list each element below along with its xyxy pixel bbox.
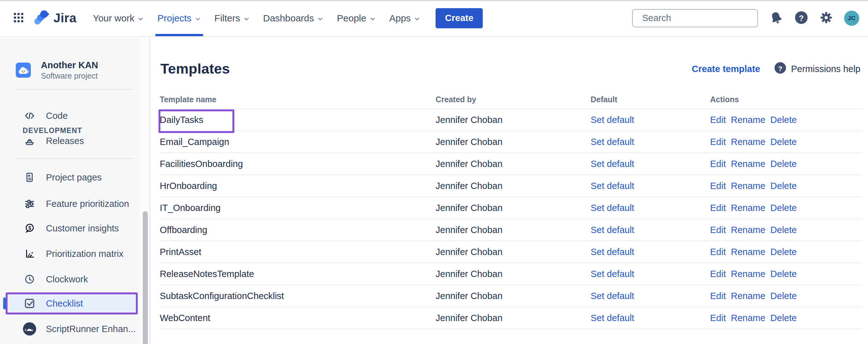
created-by-cell: Jennifer Choban (436, 137, 591, 147)
edit-link[interactable]: Edit (710, 137, 726, 147)
project-type: Software project (41, 71, 98, 81)
template-name-cell: PrintAsset (160, 247, 436, 257)
created-by-cell: Jennifer Choban (436, 225, 591, 235)
gear-icon (819, 11, 833, 25)
create-template-link[interactable]: Create template (692, 64, 761, 74)
notifications-button[interactable] (769, 11, 783, 26)
rename-link[interactable]: Rename (731, 225, 766, 235)
template-name-cell: IT_Onboarding (160, 203, 436, 213)
template-name-cell: DailyTasks (160, 115, 436, 125)
chevron-down-icon (413, 15, 421, 22)
actions-cell: EditRenameDelete (710, 137, 862, 147)
nav-item-projects[interactable]: Projects (152, 0, 206, 36)
jira-logo[interactable]: Jira (34, 10, 76, 26)
table-row: SubtaskConfigurationChecklist Jennifer C… (160, 285, 862, 307)
sidebar-item-prioritization-matrix[interactable]: Prioritization matrix (6, 243, 138, 265)
delete-link[interactable]: Delete (771, 225, 797, 235)
delete-link[interactable]: Delete (771, 115, 797, 125)
rename-link[interactable]: Rename (731, 159, 766, 169)
nav-item-people[interactable]: People (332, 0, 381, 36)
set-default-link[interactable]: Set default (591, 269, 634, 279)
sidebar-item-clockwork[interactable]: Clockwork (6, 268, 138, 290)
rename-link[interactable]: Rename (731, 137, 766, 147)
delete-link[interactable]: Delete (771, 269, 797, 279)
permissions-help-link[interactable]: ? Permissions help (774, 62, 861, 76)
create-button[interactable]: Create (436, 8, 483, 28)
ship-icon (23, 135, 36, 147)
table-row: IT_Onboarding Jennifer Choban Set defaul… (160, 197, 862, 219)
actions-cell: EditRenameDelete (710, 203, 862, 213)
edit-link[interactable]: Edit (710, 203, 726, 213)
settings-button[interactable] (819, 11, 833, 25)
sidebar-item-label: ScriptRunner Enhan... (46, 324, 135, 334)
set-default-link[interactable]: Set default (591, 291, 634, 301)
set-default-link[interactable]: Set default (591, 181, 634, 191)
delete-link[interactable]: Delete (771, 313, 797, 323)
rename-link[interactable]: Rename (731, 313, 766, 323)
rename-link[interactable]: Rename (731, 291, 766, 301)
set-default-link[interactable]: Set default (591, 225, 634, 235)
svg-text:?: ? (778, 64, 782, 72)
delete-link[interactable]: Delete (771, 291, 797, 301)
delete-link[interactable]: Delete (771, 181, 797, 191)
nav-item-filters[interactable]: Filters (210, 0, 255, 36)
chevron-down-icon (317, 15, 323, 22)
project-header[interactable]: Another KAN Software project (16, 60, 98, 81)
rename-link[interactable]: Rename (731, 181, 766, 191)
actions-cell: EditRenameDelete (710, 291, 862, 301)
set-default-link[interactable]: Set default (591, 247, 634, 257)
sidebar-scrollbar-thumb[interactable] (143, 211, 148, 344)
delete-link[interactable]: Delete (771, 137, 797, 147)
rename-link[interactable]: Rename (731, 269, 766, 279)
sidebar-item-checklist[interactable]: Checklist (6, 292, 138, 314)
chevron-down-icon (369, 15, 376, 22)
edit-link[interactable]: Edit (710, 115, 726, 125)
chevron-down-icon (194, 15, 201, 22)
checkbox-check-icon (23, 298, 36, 309)
nav-item-dashboards[interactable]: Dashboards (258, 0, 329, 36)
nav-item-apps[interactable]: Apps (384, 0, 426, 36)
edit-link[interactable]: Edit (710, 313, 726, 323)
jira-logo-text: Jira (54, 11, 76, 25)
template-name-cell: Email_Campaign (160, 137, 436, 147)
templates-table: Template name Created by Default Actions… (160, 94, 862, 329)
code-icon (23, 110, 36, 121)
rename-link[interactable]: Rename (731, 247, 766, 257)
search-input[interactable] (642, 12, 762, 24)
edit-link[interactable]: Edit (710, 291, 726, 301)
set-default-link[interactable]: Set default (591, 203, 634, 213)
clock-icon (23, 274, 36, 285)
sidebar-item-feature-prioritization[interactable]: Feature prioritization (6, 193, 138, 215)
sidebar-item-customer-insights[interactable]: $ Customer insights (6, 217, 138, 239)
edit-link[interactable]: Edit (710, 247, 726, 257)
sidebar-item-scriptrunner[interactable]: ScriptRunner Enhan... (6, 318, 138, 340)
sliders-icon (23, 198, 36, 210)
column-header-created-by: Created by (436, 95, 591, 104)
sidebar-item-releases[interactable]: Releases (6, 130, 138, 152)
rename-link[interactable]: Rename (731, 203, 766, 213)
edit-link[interactable]: Edit (710, 269, 726, 279)
sidebar-item-label: Feature prioritization (46, 199, 129, 209)
delete-link[interactable]: Delete (771, 159, 797, 169)
app-switcher-button[interactable] (9, 8, 28, 28)
nav-item-your-work[interactable]: Your work (88, 0, 149, 36)
sidebar-item-code[interactable]: Code (6, 105, 138, 127)
delete-link[interactable]: Delete (771, 203, 797, 213)
edit-link[interactable]: Edit (710, 225, 726, 235)
edit-link[interactable]: Edit (710, 181, 726, 191)
selected-indicator (3, 298, 6, 309)
search-box[interactable] (632, 9, 758, 27)
set-default-link[interactable]: Set default (591, 137, 634, 147)
help-button[interactable]: ? (795, 11, 808, 26)
edit-link[interactable]: Edit (710, 159, 726, 169)
set-default-link[interactable]: Set default (591, 159, 634, 169)
set-default-link[interactable]: Set default (591, 313, 634, 323)
set-default-link[interactable]: Set default (591, 115, 634, 125)
delete-link[interactable]: Delete (771, 247, 797, 257)
created-by-cell: Jennifer Choban (436, 247, 591, 257)
user-avatar[interactable]: JC (844, 11, 859, 26)
column-header-template-name: Template name (160, 95, 436, 104)
table-row: DailyTasks Jennifer Choban Set default E… (160, 109, 862, 131)
sidebar-item-project-pages[interactable]: Project pages (6, 166, 138, 188)
rename-link[interactable]: Rename (731, 115, 766, 125)
